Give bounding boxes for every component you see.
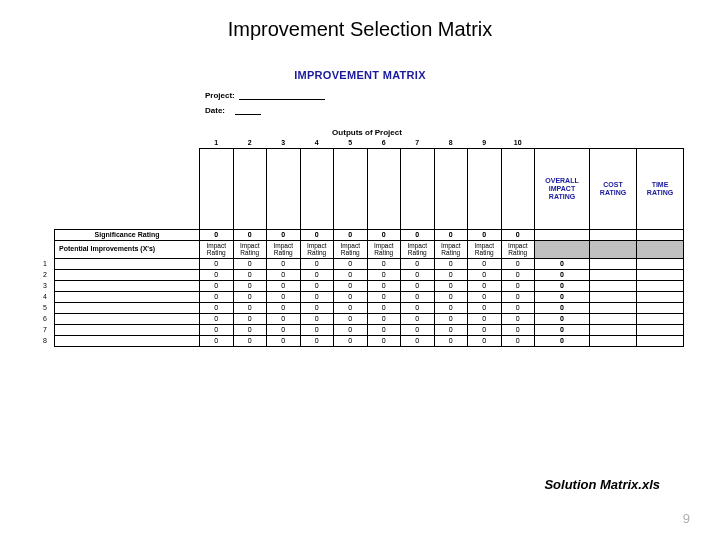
table-row: 7 0000000000 0 (36, 324, 684, 335)
sig-val: 0 (468, 230, 502, 241)
impact-rating-col: Impact Rating (401, 241, 435, 258)
impact-rating-col: Impact Rating (200, 241, 234, 258)
col-num: 3 (267, 138, 301, 149)
sig-val: 0 (200, 230, 234, 241)
table-row: 6 0000000000 0 (36, 313, 684, 324)
header-cost-rating: COST RATING (590, 149, 637, 230)
col-num: 8 (434, 138, 468, 149)
row-num: 6 (36, 313, 55, 324)
project-blank-line (239, 91, 325, 100)
page-title: Improvement Selection Matrix (0, 0, 720, 41)
sig-val: 0 (401, 230, 435, 241)
row-num: 4 (36, 291, 55, 302)
col-num: 6 (367, 138, 401, 149)
table-row: 2 0000000000 0 (36, 269, 684, 280)
table-row: 3 0000000000 0 (36, 280, 684, 291)
page-number: 9 (683, 511, 690, 526)
outputs-header: Outputs of Project (200, 127, 535, 138)
table-row: 4 0000000000 0 (36, 291, 684, 302)
table-row: 1 0000000000 0 (36, 258, 684, 269)
col-num: 7 (401, 138, 435, 149)
sig-val: 0 (434, 230, 468, 241)
sig-val: 0 (267, 230, 301, 241)
date-blank-line (235, 106, 261, 115)
sig-val: 0 (233, 230, 267, 241)
impact-rating-col: Impact Rating (300, 241, 334, 258)
table-row: 5 0000000000 0 (36, 302, 684, 313)
row-num: 7 (36, 324, 55, 335)
header-overall-impact: OVERALL IMPACT RATING (535, 149, 590, 230)
header-time-rating: TIME RATING (637, 149, 684, 230)
sig-val: 0 (367, 230, 401, 241)
impact-rating-col: Impact Rating (267, 241, 301, 258)
potential-improvements-label: Potential Improvements (X's) (55, 241, 200, 258)
matrix-title: IMPROVEMENT MATRIX (0, 69, 720, 81)
row-num: 1 (36, 258, 55, 269)
project-label: Project: (205, 91, 235, 100)
col-num: 2 (233, 138, 267, 149)
row-num: 5 (36, 302, 55, 313)
table-row: 8 0000000000 0 (36, 335, 684, 346)
sig-val: 0 (334, 230, 368, 241)
col-num: 4 (300, 138, 334, 149)
meta-block: Project: Date: (205, 91, 720, 115)
sig-val: 0 (501, 230, 535, 241)
col-num: 9 (468, 138, 502, 149)
footer-filename: Solution Matrix.xls (544, 477, 660, 492)
row-num: 2 (36, 269, 55, 280)
matrix-table-wrap: Outputs of Project 1 2 3 4 5 6 7 8 9 10 … (36, 127, 684, 347)
impact-rating-col: Impact Rating (367, 241, 401, 258)
significance-rating-label: Significance Rating (55, 230, 200, 241)
impact-rating-col: Impact Rating (501, 241, 535, 258)
impact-rating-col: Impact Rating (233, 241, 267, 258)
impact-rating-col: Impact Rating (468, 241, 502, 258)
impact-rating-col: Impact Rating (334, 241, 368, 258)
col-num: 10 (501, 138, 535, 149)
row-num: 3 (36, 280, 55, 291)
row-num: 8 (36, 335, 55, 346)
impact-rating-col: Impact Rating (434, 241, 468, 258)
col-num: 5 (334, 138, 368, 149)
matrix-table: Outputs of Project 1 2 3 4 5 6 7 8 9 10 … (36, 127, 684, 347)
sig-val: 0 (300, 230, 334, 241)
date-label: Date: (205, 106, 225, 115)
col-num: 1 (200, 138, 234, 149)
